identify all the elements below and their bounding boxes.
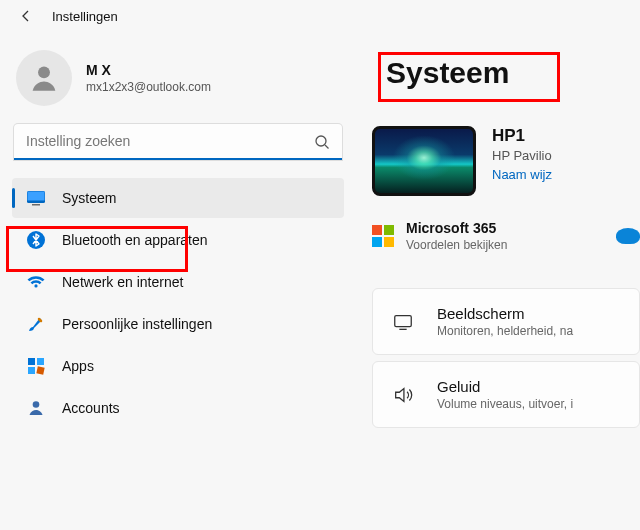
sidebar-item-apps[interactable]: Apps <box>12 346 344 386</box>
search-input[interactable] <box>14 124 342 160</box>
avatar <box>16 50 72 106</box>
microsoft-365-row[interactable]: Microsoft 365 Voordelen bekijken <box>372 220 640 252</box>
sidebar-item-label: Apps <box>62 358 94 374</box>
back-icon[interactable] <box>18 8 34 24</box>
m365-title: Microsoft 365 <box>406 220 507 236</box>
display-icon <box>391 310 415 334</box>
page-title: Systeem <box>372 48 640 98</box>
device-model: HP Pavilio <box>492 148 552 163</box>
brush-icon <box>26 314 46 334</box>
sidebar-item-label: Persoonlijke instellingen <box>62 316 212 332</box>
sidebar-item-label: Accounts <box>62 400 120 416</box>
sidebar-item-bluetooth[interactable]: Bluetooth en apparaten <box>12 220 344 260</box>
card-display[interactable]: Beeldscherm Monitoren, helderheid, na <box>372 288 640 355</box>
rename-link[interactable]: Naam wijz <box>492 167 552 182</box>
svg-point-1 <box>316 136 326 146</box>
svg-rect-8 <box>28 367 35 374</box>
sidebar: M X mx1x2x3@outlook.com Systeem Bluetoot <box>0 32 360 530</box>
card-title: Geluid <box>437 378 573 395</box>
search-icon <box>314 134 330 150</box>
svg-point-0 <box>38 66 50 78</box>
svg-rect-9 <box>36 366 44 374</box>
sidebar-item-label: Netwerk en internet <box>62 274 183 290</box>
profile-name: M X <box>86 62 211 78</box>
m365-subtitle: Voordelen bekijken <box>406 238 507 252</box>
profile-block[interactable]: M X mx1x2x3@outlook.com <box>8 46 348 124</box>
svg-rect-6 <box>28 358 35 365</box>
onedrive-icon <box>616 228 640 244</box>
device-name: HP1 <box>492 126 552 146</box>
microsoft-logo-icon <box>372 225 394 247</box>
svg-rect-11 <box>395 315 412 326</box>
nav-list: Systeem Bluetooth en apparaten Netwerk e… <box>8 178 348 428</box>
sound-icon <box>391 383 415 407</box>
apps-icon <box>26 356 46 376</box>
accounts-icon <box>26 398 46 418</box>
svg-rect-7 <box>37 358 44 365</box>
bluetooth-icon <box>26 230 46 250</box>
sidebar-item-personalization[interactable]: Persoonlijke instellingen <box>12 304 344 344</box>
card-subtitle: Monitoren, helderheid, na <box>437 324 573 338</box>
device-thumbnail[interactable] <box>372 126 476 196</box>
svg-point-10 <box>33 401 40 408</box>
card-sound[interactable]: Geluid Volume niveaus, uitvoer, i <box>372 361 640 428</box>
svg-rect-4 <box>32 204 40 206</box>
sidebar-item-label: Bluetooth en apparaten <box>62 232 208 248</box>
profile-email: mx1x2x3@outlook.com <box>86 80 211 94</box>
sidebar-item-label: Systeem <box>62 190 116 206</box>
system-icon <box>26 188 46 208</box>
window-title: Instellingen <box>52 9 118 24</box>
main-panel: Systeem HP1 HP Pavilio Naam wijz Microso… <box>360 32 640 530</box>
svg-rect-3 <box>28 192 45 201</box>
sidebar-item-system[interactable]: Systeem <box>12 178 344 218</box>
wifi-icon <box>26 272 46 292</box>
sidebar-item-network[interactable]: Netwerk en internet <box>12 262 344 302</box>
sidebar-item-accounts[interactable]: Accounts <box>12 388 344 428</box>
card-title: Beeldscherm <box>437 305 573 322</box>
card-subtitle: Volume niveaus, uitvoer, i <box>437 397 573 411</box>
